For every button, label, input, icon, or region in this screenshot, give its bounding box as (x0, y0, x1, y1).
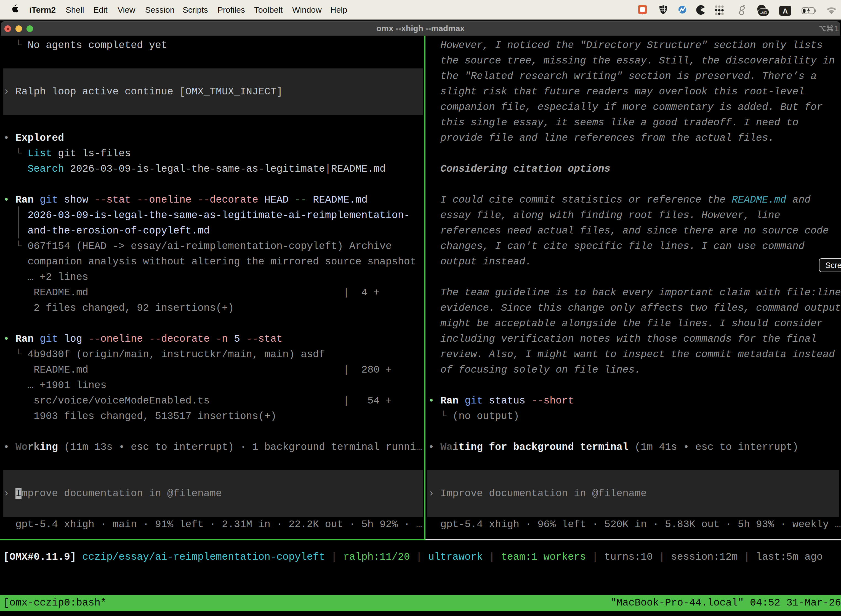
svg-text:A: A (783, 7, 788, 15)
svg-text:..61: ..61 (760, 10, 767, 15)
